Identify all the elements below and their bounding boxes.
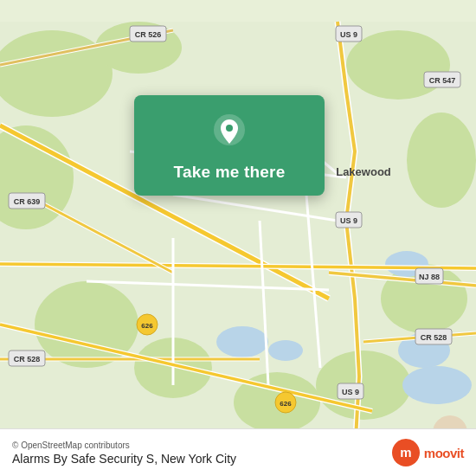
moovit-logo: m moovit [391,438,464,467]
svg-point-11 [216,326,268,357]
place-info: © OpenStreetMap contributors Alarms By S… [12,441,236,466]
moovit-brand-label: moovit [424,446,464,460]
osm-attribution: © OpenStreetMap contributors [12,441,236,450]
svg-text:CR 528: CR 528 [421,333,447,342]
svg-text:Lakewood: Lakewood [336,165,391,178]
svg-text:626: 626 [280,400,292,408]
location-pin-icon [209,111,250,152]
svg-text:US 9: US 9 [340,30,357,39]
svg-text:626: 626 [141,322,153,330]
svg-text:CR 526: CR 526 [135,30,162,39]
svg-point-12 [268,340,303,361]
bottom-info-bar: © OpenStreetMap contributors Alarms By S… [0,428,476,476]
map-svg: CR 526 US 9 CR 547 CR 639 US 9 NJ 88 CR … [0,0,476,476]
moovit-icon: m [391,438,421,467]
svg-text:CR 639: CR 639 [14,197,41,206]
svg-point-7 [407,113,476,208]
svg-text:US 9: US 9 [340,216,357,225]
svg-point-15 [402,366,472,404]
svg-text:NJ 88: NJ 88 [419,273,440,281]
map-container: CR 526 US 9 CR 547 CR 639 US 9 NJ 88 CR … [0,0,476,476]
take-me-there-button[interactable]: Take me there [174,163,286,182]
svg-point-64 [226,125,233,132]
svg-text:m: m [400,445,411,460]
svg-text:US 9: US 9 [342,388,359,396]
svg-text:CR 547: CR 547 [429,76,456,85]
place-name-label: Alarms By Safe Security S, New York City [12,452,236,466]
navigation-card: Take me there [134,95,325,196]
svg-text:CR 528: CR 528 [14,355,41,363]
